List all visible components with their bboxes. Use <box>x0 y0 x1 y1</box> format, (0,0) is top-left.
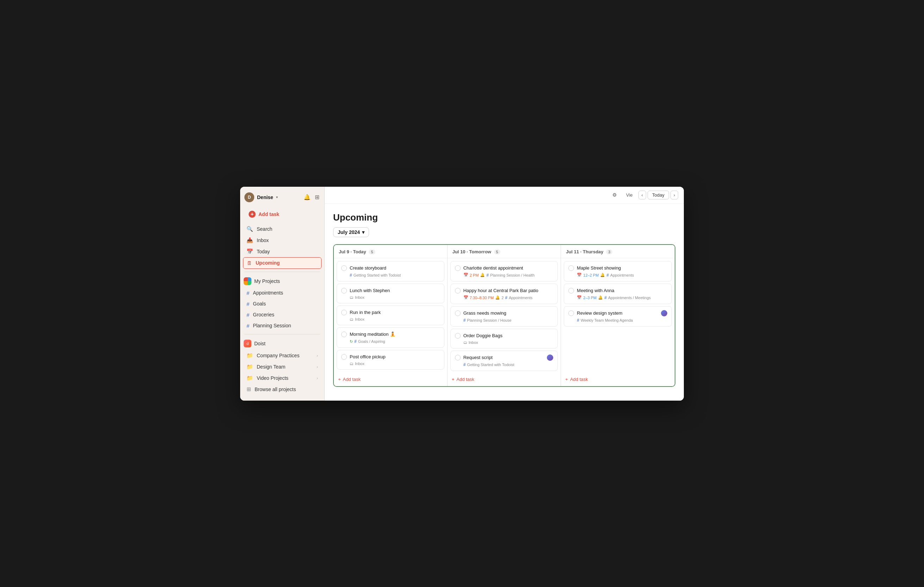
sidebar-item-video-projects[interactable]: 📁 Video Projects › <box>243 372 322 384</box>
task-checkbox[interactable] <box>341 332 347 337</box>
day-column-today: Jul 9 · Today 5 Create storyboard # Gett… <box>334 245 447 387</box>
task-card[interactable]: Grass needs mowing # Planning Session / … <box>450 306 558 327</box>
task-card[interactable]: Review design system # Weekly Team Meeti… <box>564 306 672 327</box>
sidebar-item-appointments[interactable]: # Appointments <box>243 288 322 298</box>
task-card[interactable]: Happy hour at Central Park Bar patio 📅 7… <box>450 284 558 304</box>
add-task-row[interactable]: + Add task <box>447 374 561 386</box>
add-task-row[interactable]: + Add task <box>334 374 447 386</box>
inbox-small-icon: 🗂 <box>350 362 353 366</box>
sidebar-item-browse-all[interactable]: ⊞ Browse all projects <box>243 384 322 395</box>
task-card-header: Morning meditation 🧘 <box>341 331 440 337</box>
layout-button[interactable]: ⊞ <box>314 193 320 201</box>
app-window: D Denise ▾ 🔔 ⊞ + Add task 🔍 Search 📥 Inb… <box>240 187 684 401</box>
month-selector[interactable]: July 2024 ▾ <box>333 227 369 237</box>
task-card-header: Happy hour at Central Park Bar patio <box>455 288 554 294</box>
task-card[interactable]: Run in the park 🗂 Inbox <box>337 306 444 325</box>
task-checkbox[interactable] <box>341 354 347 360</box>
sidebar-item-groceries[interactable]: # Groceries <box>243 309 322 320</box>
add-task-row[interactable]: + Add task <box>561 374 675 386</box>
day-column-thursday: Jul 11 · Thursday 3 Maple Street showing… <box>561 245 675 387</box>
doist-icon: d <box>244 340 251 347</box>
alarm-icon: 🔔 <box>600 273 605 277</box>
task-card[interactable]: Morning meditation 🧘 ↻ # Goals / Aspirin… <box>337 327 444 348</box>
doist-header[interactable]: d Doist <box>240 337 324 350</box>
folder-icon: 📁 <box>246 375 253 381</box>
sidebar-item-inbox[interactable]: 📥 Inbox <box>243 235 322 246</box>
task-checkbox[interactable] <box>341 265 347 271</box>
task-checkbox[interactable] <box>455 333 460 339</box>
sidebar-item-company-practices[interactable]: 📁 Company Practices › <box>243 350 322 361</box>
day-header-tomorrow: Jul 10 · Tomorrow 5 <box>447 245 561 258</box>
page-title: Upcoming <box>333 212 675 223</box>
task-card-header: Grass needs mowing <box>455 310 554 316</box>
task-meta: 📅 12–2 PM 🔔 # Appointments <box>577 273 667 278</box>
chevron-down-icon: ▾ <box>276 195 278 199</box>
calendar-icon: 📅 <box>464 295 469 300</box>
projects-nav: # Appointments # Goals # Groceries # Pla… <box>240 288 324 331</box>
task-card[interactable]: Charlotte dentist appointment 📅 2 PM 🔔 #… <box>450 261 558 281</box>
sidebar-divider-2 <box>244 334 320 334</box>
task-card[interactable]: Meeting with Anna 📅 2–3 PM 🔔 # Appointme… <box>564 284 672 304</box>
chevron-down-icon: ▾ <box>362 229 365 235</box>
task-meta: 📅 2 PM 🔔 # Planning Session / Health <box>464 273 554 278</box>
task-meta: # Getting Started with Todoist <box>350 273 440 278</box>
my-projects-header[interactable]: My Projects <box>240 275 324 288</box>
task-meta: # Getting Started with Todoist <box>464 362 554 367</box>
task-card[interactable]: Request script # Getting Started with To… <box>450 351 558 371</box>
plus-icon: + <box>338 377 341 382</box>
sidebar-nav: 🔍 Search 📥 Inbox 📅 Today 🗓 Upcoming <box>240 223 324 269</box>
folder-icon: 📁 <box>246 352 253 359</box>
task-checkbox[interactable] <box>568 265 574 271</box>
task-checkbox[interactable] <box>341 310 347 315</box>
sidebar-item-today[interactable]: 📅 Today <box>243 246 322 257</box>
globe-icon <box>547 354 553 361</box>
inbox-small-icon: 🗂 <box>464 341 467 345</box>
alarm-icon: 🔔 <box>495 295 500 300</box>
inbox-small-icon: 🗂 <box>350 295 353 299</box>
task-checkbox[interactable] <box>568 311 574 316</box>
nav-next-button[interactable]: › <box>670 191 678 199</box>
task-checkbox[interactable] <box>455 288 460 293</box>
view-button[interactable]: Vie <box>623 191 635 199</box>
task-meta: # Planning Session / House <box>464 318 554 323</box>
folder-icon: 📁 <box>246 364 253 370</box>
main-toolbar: ⚙ Vie ‹ Today › <box>325 187 684 203</box>
task-meta: 🗂 Inbox <box>464 341 554 345</box>
task-checkbox[interactable] <box>341 288 347 293</box>
sidebar-item-design-team[interactable]: 📁 Design Team › <box>243 361 322 372</box>
task-checkbox[interactable] <box>455 311 460 316</box>
nav-controls: ‹ Today › <box>639 191 678 199</box>
svg-rect-0 <box>244 277 248 281</box>
task-meta: 🗂 Inbox <box>350 362 440 366</box>
task-checkbox[interactable] <box>455 355 460 360</box>
calendar-icon: 📅 <box>577 295 582 300</box>
task-checkbox[interactable] <box>568 288 574 293</box>
sidebar-item-upcoming[interactable]: 🗓 Upcoming <box>243 257 322 269</box>
sidebar-item-search[interactable]: 🔍 Search <box>243 223 322 235</box>
user-name: Denise <box>257 195 273 200</box>
user-info[interactable]: D Denise ▾ <box>244 192 278 202</box>
add-task-button[interactable]: + Add task <box>243 208 322 221</box>
sidebar-divider-1 <box>244 272 320 272</box>
sidebar-item-planning-session[interactable]: # Planning Session <box>243 320 322 331</box>
sidebar-header: D Denise ▾ 🔔 ⊞ <box>240 192 324 208</box>
nav-today-button[interactable]: Today <box>648 191 669 199</box>
task-card-header: Lunch with Stephen <box>341 288 440 294</box>
globe-icon <box>661 310 667 316</box>
search-icon: 🔍 <box>246 226 253 232</box>
notifications-button[interactable]: 🔔 <box>303 193 311 201</box>
filter-button[interactable]: ⚙ <box>609 190 620 199</box>
svg-rect-1 <box>248 277 251 281</box>
task-meta: 📅 7:30–8:30 PM 🔔 2 # Appointments <box>464 295 554 300</box>
sidebar-item-goals[interactable]: # Goals <box>243 298 322 309</box>
nav-prev-button[interactable]: ‹ <box>639 191 646 199</box>
task-card[interactable]: Post office pickup 🗂 Inbox <box>337 350 444 370</box>
doist-nav: 📁 Company Practices › 📁 Design Team › 📁 … <box>240 350 324 395</box>
task-card-header: Meeting with Anna <box>568 288 667 294</box>
task-card-header: Post office pickup <box>341 354 440 360</box>
task-checkbox[interactable] <box>455 265 460 271</box>
task-card[interactable]: Order Doggie Bags 🗂 Inbox <box>450 329 558 349</box>
task-card[interactable]: Lunch with Stephen 🗂 Inbox <box>337 284 444 303</box>
task-card[interactable]: Maple Street showing 📅 12–2 PM 🔔 # Appoi… <box>564 261 672 281</box>
task-card[interactable]: Create storyboard # Getting Started with… <box>337 261 444 281</box>
